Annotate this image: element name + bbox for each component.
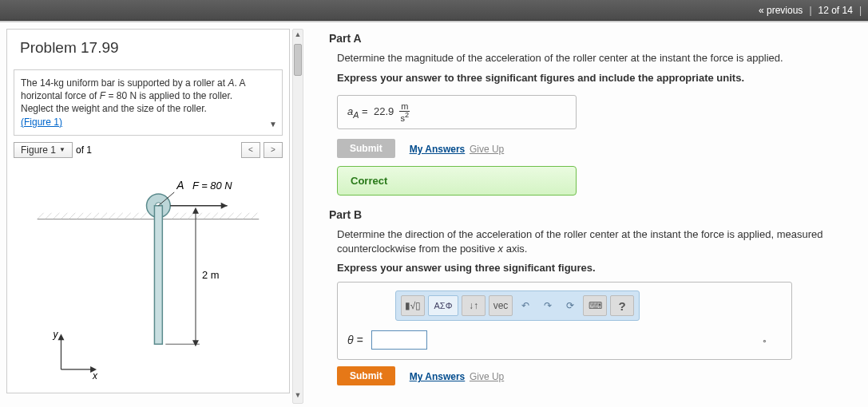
figure-select[interactable]: Figure 1 ▼ bbox=[14, 142, 73, 158]
part-a-question: Determine the magnitude of the accelerat… bbox=[337, 51, 852, 65]
part-b-q2: axis. bbox=[503, 243, 527, 255]
part-b-heading: Part B bbox=[329, 208, 852, 221]
top-nav-bar: « previous | 12 of 14 | bbox=[0, 0, 868, 21]
scrollbar[interactable]: ▲ ▼ bbox=[292, 29, 303, 404]
reset-button[interactable]: ⟳ bbox=[561, 295, 580, 316]
part-a-buttons: Submit My Answers Give Up bbox=[337, 139, 852, 158]
desc-var-F: F bbox=[100, 90, 105, 101]
answer-units: m s2 bbox=[399, 102, 410, 123]
svg-line-4 bbox=[61, 212, 67, 219]
vec-button[interactable]: vec bbox=[489, 295, 513, 316]
svg-line-18 bbox=[196, 212, 202, 219]
problem-description[interactable]: The 14-kg uniform bar is supported by a … bbox=[14, 69, 283, 136]
part-a-instruction: Express your answer to three significant… bbox=[337, 72, 852, 84]
figure-next-button[interactable]: > bbox=[264, 142, 283, 158]
svg-line-22 bbox=[228, 212, 234, 219]
svg-line-7 bbox=[85, 212, 91, 219]
submit-button-a[interactable]: Submit bbox=[337, 139, 395, 158]
svg-line-25 bbox=[251, 212, 257, 219]
svg-marker-39 bbox=[58, 334, 65, 340]
nav-separator: | bbox=[809, 5, 811, 16]
right-column: Part A Determine the magnitude of the ac… bbox=[305, 22, 868, 407]
problem-panel: Problem 17.99 The 14-kg uniform bar is s… bbox=[6, 29, 290, 393]
svg-line-20 bbox=[212, 212, 218, 219]
svg-line-23 bbox=[236, 212, 242, 219]
greek-button[interactable]: ΑΣΦ bbox=[428, 295, 458, 316]
my-answers-link-a[interactable]: My Answers bbox=[410, 144, 466, 155]
problem-title: Problem 17.99 bbox=[7, 30, 289, 68]
nav-separator-2: | bbox=[859, 5, 862, 16]
part-b-input-panel: ▮√▯ ΑΣΦ ↓↑ vec ↶ ↷ ⟳ ⌨ ? θ = ∘ bbox=[337, 282, 792, 360]
dropdown-icon[interactable]: ▼ bbox=[269, 119, 277, 130]
svg-text:A: A bbox=[176, 179, 184, 192]
correct-feedback: Correct bbox=[337, 166, 577, 196]
figure-link[interactable]: (Figure 1) bbox=[21, 117, 62, 128]
svg-line-14 bbox=[141, 212, 147, 219]
give-up-link-a[interactable]: Give Up bbox=[470, 144, 504, 155]
desc-text-1: The 14-kg uniform bar is supported by a … bbox=[21, 77, 228, 89]
svg-line-11 bbox=[117, 212, 123, 219]
keyboard-button[interactable]: ⌨ bbox=[583, 295, 607, 316]
figure-prev-button[interactable]: < bbox=[241, 142, 260, 158]
svg-line-16 bbox=[180, 212, 186, 219]
left-column: Problem 17.99 The 14-kg uniform bar is s… bbox=[0, 22, 305, 407]
svg-line-2 bbox=[46, 212, 52, 219]
figure-select-label: Figure 1 bbox=[21, 144, 56, 156]
figure-of-label: of 1 bbox=[76, 144, 92, 156]
svg-line-1 bbox=[38, 212, 44, 219]
svg-line-13 bbox=[133, 212, 139, 219]
svg-marker-34 bbox=[192, 207, 199, 214]
svg-line-9 bbox=[101, 212, 107, 219]
part-b-q1: Determine the direction of the accelerat… bbox=[337, 228, 822, 255]
theta-input[interactable] bbox=[371, 330, 427, 350]
svg-line-8 bbox=[93, 212, 99, 219]
answer-eq: = bbox=[359, 105, 371, 117]
figure-image: A F = 80 N 2 m y bbox=[14, 163, 283, 386]
svg-text:2 m: 2 m bbox=[202, 269, 219, 281]
part-b-instruction: Express your answer using three signific… bbox=[337, 262, 852, 274]
part-b-buttons: Submit My Answers Give Up bbox=[337, 366, 852, 385]
undo-button[interactable]: ↶ bbox=[516, 295, 535, 316]
svg-marker-35 bbox=[192, 340, 199, 346]
svg-marker-31 bbox=[221, 203, 228, 209]
previous-link[interactable]: « previous bbox=[759, 5, 803, 16]
my-answers-link-b[interactable]: My Answers bbox=[410, 371, 466, 382]
svg-line-19 bbox=[204, 212, 210, 219]
unit-denom: s2 bbox=[399, 112, 410, 123]
svg-line-17 bbox=[188, 212, 194, 219]
position-indicator: 12 of 14 bbox=[818, 5, 853, 16]
svg-line-6 bbox=[77, 212, 83, 219]
give-up-link-b[interactable]: Give Up bbox=[470, 371, 504, 382]
svg-text:F = 80 N: F = 80 N bbox=[192, 180, 232, 192]
redo-button[interactable]: ↷ bbox=[538, 295, 557, 316]
main-area: Problem 17.99 The 14-kg uniform bar is s… bbox=[0, 21, 868, 407]
svg-line-10 bbox=[109, 212, 115, 219]
answer-value: 22.9 bbox=[374, 105, 394, 117]
scrollbar-thumb[interactable] bbox=[294, 44, 302, 76]
svg-rect-28 bbox=[154, 206, 162, 344]
svg-line-15 bbox=[172, 212, 178, 219]
scroll-up-icon[interactable]: ▲ bbox=[293, 30, 303, 41]
svg-line-21 bbox=[220, 212, 226, 219]
chevron-down-icon: ▼ bbox=[59, 146, 65, 153]
scroll-down-icon[interactable]: ▼ bbox=[293, 391, 303, 402]
figure-toolbar: Figure 1 ▼ of 1 < > bbox=[14, 142, 283, 158]
part-b-question: Determine the direction of the accelerat… bbox=[337, 227, 852, 255]
svg-text:x: x bbox=[92, 370, 98, 381]
theta-label: θ = bbox=[347, 334, 363, 346]
svg-line-5 bbox=[69, 212, 75, 219]
equation-row: θ = bbox=[347, 330, 782, 350]
part-a-heading: Part A bbox=[329, 32, 852, 45]
template-button[interactable]: ▮√▯ bbox=[401, 295, 425, 316]
svg-line-12 bbox=[125, 212, 131, 219]
help-button[interactable]: ? bbox=[610, 295, 634, 316]
svg-line-3 bbox=[54, 212, 60, 219]
svg-line-24 bbox=[243, 212, 249, 219]
svg-text:y: y bbox=[53, 329, 59, 340]
degree-unit: ∘ bbox=[762, 336, 767, 346]
equation-toolbar: ▮√▯ ΑΣΦ ↓↑ vec ↶ ↷ ⟳ ⌨ ? bbox=[395, 290, 640, 321]
submit-button-b[interactable]: Submit bbox=[337, 366, 395, 385]
part-a-answer-box: aA = 22.9 m s2 bbox=[337, 95, 577, 130]
subscript-button[interactable]: ↓↑ bbox=[462, 295, 486, 316]
